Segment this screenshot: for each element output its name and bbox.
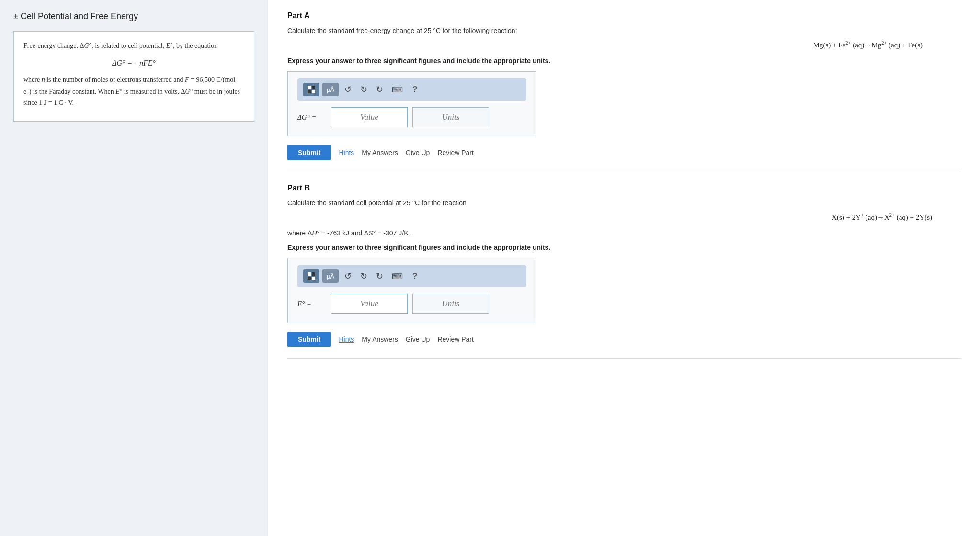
mu-button-b[interactable]: μÅ: [322, 269, 339, 283]
refresh-button-a[interactable]: ↻: [373, 82, 386, 97]
part-b-input-row: E° =: [297, 294, 526, 314]
part-a-reaction: Mg(s) + Fe2+ (aq)→Mg2+ (aq) + Fe(s): [287, 40, 961, 49]
undo-button-a[interactable]: ↺: [342, 82, 354, 97]
right-panel: Part A Calculate the standard free-energ…: [268, 0, 980, 536]
keyboard-button-a[interactable]: ⌨: [389, 83, 406, 96]
part-b-value-input[interactable]: [331, 294, 408, 314]
redo-button-a[interactable]: ↻: [357, 82, 370, 97]
left-panel: ± Cell Potential and Free Energy Free-en…: [0, 0, 268, 536]
part-a-label: ΔG° =: [297, 113, 326, 122]
part-a-instruction: Express your answer to three significant…: [287, 57, 961, 65]
part-b-my-answers-button[interactable]: My Answers: [362, 335, 398, 343]
part-b-answer-box: μÅ ↺ ↻ ↻ ⌨ ? E° =: [287, 258, 536, 323]
part-b-submit-button[interactable]: Submit: [287, 332, 331, 347]
part-b-hints-button[interactable]: Hints: [339, 335, 354, 343]
part-a-input-row: ΔG° =: [297, 107, 526, 127]
part-a-description: Calculate the standard free-energy chang…: [287, 27, 961, 34]
part-b-review-part-button[interactable]: Review Part: [437, 335, 473, 343]
part-b-description: Calculate the standard cell potential at…: [287, 199, 961, 207]
help-button-a[interactable]: ?: [409, 83, 421, 96]
part-a-title: Part A: [287, 11, 961, 20]
info-equation: ΔG° = −nFE°: [23, 56, 244, 69]
part-b-units-input[interactable]: [412, 294, 489, 314]
page-title: ± Cell Potential and Free Energy: [13, 11, 254, 22]
grid-button-a[interactable]: [303, 83, 319, 96]
keyboard-button-b[interactable]: ⌨: [389, 270, 406, 283]
part-a-value-input[interactable]: [331, 107, 408, 127]
part-b-toolbar: μÅ ↺ ↻ ↻ ⌨ ?: [297, 265, 526, 287]
info-box: Free-energy change, ΔG°, is related to c…: [13, 31, 254, 122]
part-b-give-up-button[interactable]: Give Up: [406, 335, 430, 343]
help-button-b[interactable]: ?: [409, 269, 421, 283]
grid-button-b[interactable]: [303, 269, 319, 283]
part-a-hints-button[interactable]: Hints: [339, 149, 354, 156]
part-b-reaction: X(s) + 2Y+ (aq)→X2+ (aq) + 2Y(s): [287, 212, 961, 222]
part-a-section: Part A Calculate the standard free-energ…: [287, 0, 961, 172]
info-explanation: where n is the number of moles of electr…: [23, 74, 244, 109]
part-b-title: Part B: [287, 184, 961, 192]
info-intro: Free-energy change, ΔG°, is related to c…: [23, 40, 244, 52]
refresh-button-b[interactable]: ↻: [373, 269, 386, 283]
redo-button-b[interactable]: ↻: [357, 269, 370, 283]
mu-button-a[interactable]: μÅ: [322, 83, 339, 96]
part-b-label: E° =: [297, 300, 326, 308]
undo-button-b[interactable]: ↺: [342, 269, 354, 283]
part-a-my-answers-button[interactable]: My Answers: [362, 149, 398, 156]
part-a-units-input[interactable]: [412, 107, 489, 127]
part-b-section: Part B Calculate the standard cell poten…: [287, 172, 961, 359]
part-a-submit-button[interactable]: Submit: [287, 145, 331, 160]
part-b-instruction: Express your answer to three significant…: [287, 244, 961, 251]
part-a-review-part-button[interactable]: Review Part: [437, 149, 473, 156]
part-a-action-row: Submit Hints My Answers Give Up Review P…: [287, 145, 961, 160]
part-a-answer-box: μÅ ↺ ↻ ↻ ⌨ ? ΔG° =: [287, 71, 536, 136]
part-a-give-up-button[interactable]: Give Up: [406, 149, 430, 156]
part-a-toolbar: μÅ ↺ ↻ ↻ ⌨ ?: [297, 78, 526, 100]
part-b-where-text: where ΔH° = -763 kJ and ΔS° = -307 J/K .: [287, 229, 961, 237]
part-b-action-row: Submit Hints My Answers Give Up Review P…: [287, 332, 961, 347]
